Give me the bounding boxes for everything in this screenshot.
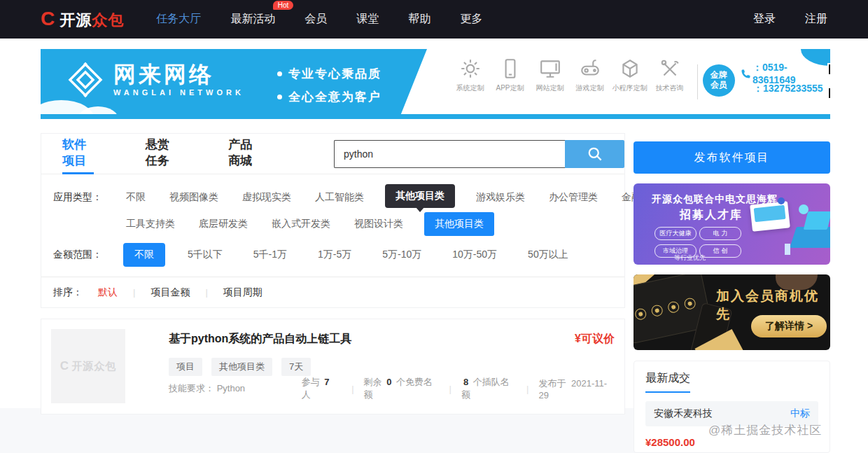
filter-option[interactable]: 不限 xyxy=(123,186,148,209)
brand-name-cn: 网来网络 xyxy=(113,63,244,85)
amount-option-selected[interactable]: 不限 xyxy=(123,243,165,267)
publish-project-button[interactable]: 发布软件项目 xyxy=(634,141,830,174)
latest-deals-title: 最新成交 xyxy=(645,371,690,393)
sort-option-amount[interactable]: 项目金额 xyxy=(150,286,190,299)
nav-item-label: 最新活动 xyxy=(230,13,275,25)
filter-option[interactable]: 游戏娱乐类 xyxy=(473,186,528,209)
hero-ad-banner[interactable]: 网来网络 WANGLAI NETWORK 专业专心秉品质 全心全意为客户 系统定… xyxy=(41,49,830,119)
search-button[interactable] xyxy=(565,140,624,168)
qr-code xyxy=(827,63,830,99)
tooltip-slot: 其他项目类 xyxy=(385,186,461,209)
nav-item-help[interactable]: 帮助 xyxy=(408,12,430,27)
participants: 参与 7 人 xyxy=(302,376,342,401)
diamond-logo-icon xyxy=(67,62,104,98)
tag-category: 其他项目类 xyxy=(211,358,272,376)
service-tech-consult: 技术咨询 xyxy=(650,57,690,93)
tab-bounty-tasks[interactable]: 悬赏任务 xyxy=(146,134,177,174)
smartphone-icon xyxy=(499,57,522,80)
card-gold-icons xyxy=(634,295,708,321)
app-type-label: 应用类型： xyxy=(53,191,123,204)
recruit-illustration xyxy=(778,197,785,204)
project-body: 基于python系统的产品自动上链工具 ¥可议价 项目 其他项目类 7天 技能要… xyxy=(169,329,615,404)
chat-icon xyxy=(650,304,664,317)
slogan-1: 专业专心秉品质 xyxy=(288,66,382,82)
filter-option[interactable]: 视频图像类 xyxy=(167,186,221,209)
sort-label: 排序： xyxy=(53,286,83,299)
site-logo[interactable]: C 开源 众包 xyxy=(41,8,124,31)
service-label: 小程序定制 xyxy=(612,83,648,93)
monitor-icon xyxy=(539,57,561,80)
tab-software-projects[interactable]: 软件项目 xyxy=(62,134,94,174)
filter-option[interactable]: 工具支持类 xyxy=(123,213,178,235)
crossed-tools-icon xyxy=(659,57,681,80)
amount-option[interactable]: 50万以上 xyxy=(528,249,568,261)
recruit-footnote: 等行业优先 xyxy=(674,253,706,263)
filter-option[interactable]: 办公管理类 xyxy=(546,186,601,209)
separator: | xyxy=(133,287,135,298)
separator: | xyxy=(205,287,207,298)
filter-option[interactable]: 视图设计类 xyxy=(351,213,406,235)
deal-company: 安徽禾麦科技 xyxy=(654,407,713,420)
nav-item-membership[interactable]: 会员 xyxy=(304,12,327,27)
project-title[interactable]: 基于python系统的产品自动上链工具 xyxy=(169,332,351,347)
login-link[interactable]: 登录 xyxy=(753,12,776,27)
nav-item-more[interactable]: 更多 xyxy=(460,12,482,27)
brand-slogans: 专业专心秉品质 全心全意为客户 xyxy=(277,66,382,112)
recruit-illustration xyxy=(785,244,790,255)
service-system-custom: 系统定制 xyxy=(450,57,490,93)
filters-section: 应用类型： 不限 视频图像类 虚拟现实类 人工智能类 其他项目类 游戏娱乐类 办… xyxy=(41,174,624,267)
amount-option[interactable]: 5万-10万 xyxy=(382,249,421,261)
auth-links: 登录 注册 xyxy=(724,12,827,27)
amount-range-row: 金额范围： 不限 5千以下 5千-1万 1万-5万 5万-10万 10万-50万… xyxy=(53,243,624,267)
register-link[interactable]: 注册 xyxy=(805,12,827,27)
amount-option[interactable]: 10万-50万 xyxy=(452,249,497,261)
project-price: ¥可议价 xyxy=(575,332,615,347)
filter-option[interactable]: 虚拟现实类 xyxy=(239,186,294,209)
industry-pill: 信 创 xyxy=(699,244,741,258)
filter-option[interactable]: 底层研发类 xyxy=(196,213,251,235)
tag-duration: 7天 xyxy=(281,358,311,376)
deal-row[interactable]: 安徽禾麦科技 中标 xyxy=(645,401,818,426)
logo-c-icon: C xyxy=(41,8,55,30)
left-column: 软件项目 悬赏任务 产品商城 应用类型： 不限 xyxy=(41,133,625,453)
latest-deals-card: 最新成交 安徽禾麦科技 中标 ¥28500.00 xyxy=(634,361,830,453)
filter-option[interactable]: 人工智能类 xyxy=(312,186,367,209)
separator: | xyxy=(351,384,354,394)
skill-value: Python xyxy=(217,383,245,393)
nav-item-task-hall[interactable]: 任务大厅 xyxy=(156,12,201,27)
sort-option-default[interactable]: 默认 xyxy=(98,286,118,299)
recruit-ad-banner[interactable]: 开源众包联合中电文思海辉 招募人才库 医疗大健康 电 力 市域治理 信 创 等行… xyxy=(634,183,830,265)
nav-item-latest-activity[interactable]: 最新活动 Hot xyxy=(230,12,275,27)
vertical-divider xyxy=(697,64,698,99)
sort-option-period[interactable]: 项目周期 xyxy=(223,286,262,299)
thumb-logo-text: 开源众包 xyxy=(71,360,116,373)
service-app-custom: APP定制 xyxy=(490,57,530,93)
nav-menu: 任务大厅 最新活动 Hot 会员 课堂 帮助 更多 xyxy=(156,12,512,27)
gear-icon xyxy=(459,57,482,80)
gold-member-badge: 金牌 会员 xyxy=(703,64,735,97)
join-label: 参与 xyxy=(302,377,320,387)
queue-unit: 个插队名额 xyxy=(461,377,510,400)
queue-count: 8 xyxy=(463,377,468,387)
logo-text-white: 开源 xyxy=(59,10,92,31)
project-thumbnail[interactable]: C 开源众包 xyxy=(51,329,125,403)
tab-product-mall[interactable]: 产品商城 xyxy=(228,134,260,174)
app-type-row2: 工具支持类 底层研发类 嵌入式开发类 视图设计类 其他项目类 xyxy=(123,212,624,236)
service-game-custom: 游戏定制 xyxy=(570,57,610,93)
vip-details-button[interactable]: 了解详情 > xyxy=(751,315,827,337)
amount-option[interactable]: 5千以下 xyxy=(188,249,223,261)
hero-bottom-strip xyxy=(41,114,830,119)
amount-option[interactable]: 5千-1万 xyxy=(253,249,287,261)
badge-line2: 会员 xyxy=(710,81,727,90)
service-label: 网站定制 xyxy=(536,83,564,93)
service-miniprogram-custom: 小程序定制 xyxy=(610,57,650,93)
nav-item-classroom[interactable]: 课堂 xyxy=(356,12,379,27)
vip-ad-banner[interactable]: 加入会员商机优先 了解详情 > xyxy=(634,274,830,350)
filter-option[interactable]: 嵌入式开发类 xyxy=(269,213,333,235)
amount-option[interactable]: 1万-5万 xyxy=(318,249,351,261)
skill-label: 技能要求： xyxy=(169,383,214,393)
filter-option-selected[interactable]: 其他项目类 xyxy=(424,212,494,236)
medal-icon xyxy=(683,297,696,310)
bullet-dot xyxy=(277,71,282,76)
search-input[interactable] xyxy=(334,140,565,168)
